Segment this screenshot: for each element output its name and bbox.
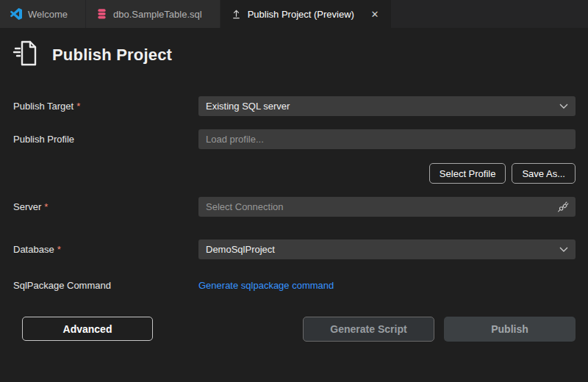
publish-profile-input[interactable] [198, 129, 576, 149]
publish-target-dropdown[interactable]: Existing SQL server [198, 96, 576, 116]
generate-script-button[interactable]: Generate Script [303, 317, 434, 342]
required-asterisk: * [76, 101, 80, 112]
tab-label: dbo.SampleTable.sql [113, 9, 202, 20]
publish-button[interactable]: Publish [444, 317, 576, 342]
tab-label: Welcome [28, 9, 68, 20]
azure-data-studio-logo-icon [10, 8, 22, 20]
page-title: Publish Project [52, 46, 172, 65]
chevron-down-icon [559, 247, 568, 252]
generate-sqlpackage-command-link[interactable]: Generate sqlpackage command [198, 280, 334, 291]
server-connection-input[interactable] [198, 197, 576, 217]
server-label: Server* [13, 201, 198, 212]
server-row: Server* [13, 197, 576, 217]
tab-label: Publish Project (Preview) [248, 9, 354, 20]
database-row: Database* DemoSqlProject [13, 239, 576, 259]
publish-target-value: Existing SQL server [206, 101, 290, 112]
required-asterisk: * [57, 244, 61, 255]
database-icon [96, 8, 107, 20]
publish-profile-row: Publish Profile [13, 129, 576, 149]
publish-project-form: Publish Project Publish Target* Existing… [0, 28, 588, 382]
publish-project-document-icon [12, 38, 43, 72]
advanced-button[interactable]: Advanced [22, 317, 153, 341]
database-label: Database* [13, 244, 198, 255]
database-dropdown[interactable]: DemoSqlProject [198, 239, 576, 259]
publish-profile-buttons-row: Select Profile Save As... [13, 163, 576, 184]
connect-plug-icon[interactable] [556, 201, 569, 213]
database-value: DemoSqlProject [206, 244, 275, 255]
publish-target-row: Publish Target* Existing SQL server [13, 96, 576, 116]
publish-upload-icon [231, 9, 242, 20]
select-profile-button[interactable]: Select Profile [429, 163, 506, 184]
publish-profile-label: Publish Profile [13, 134, 198, 145]
tab-welcome[interactable]: Welcome [0, 0, 85, 28]
sqlpackage-command-label: SqlPackage Command [13, 280, 198, 291]
tab-publish-project[interactable]: Publish Project (Preview) ✕ [220, 0, 391, 28]
tab-dbo-sampletable[interactable]: dbo.SampleTable.sql [86, 0, 220, 28]
save-as-button[interactable]: Save As... [512, 163, 576, 184]
page-header: Publish Project [12, 38, 172, 72]
publish-project-dialog: Welcome dbo.SampleTable.sql [0, 0, 588, 382]
tab-bar: Welcome dbo.SampleTable.sql [0, 0, 588, 28]
sqlpackage-command-row: SqlPackage Command Generate sqlpackage c… [13, 278, 576, 292]
close-icon[interactable]: ✕ [368, 7, 382, 21]
publish-target-label: Publish Target* [13, 101, 198, 112]
chevron-down-icon [559, 104, 568, 109]
required-asterisk: * [44, 201, 48, 212]
